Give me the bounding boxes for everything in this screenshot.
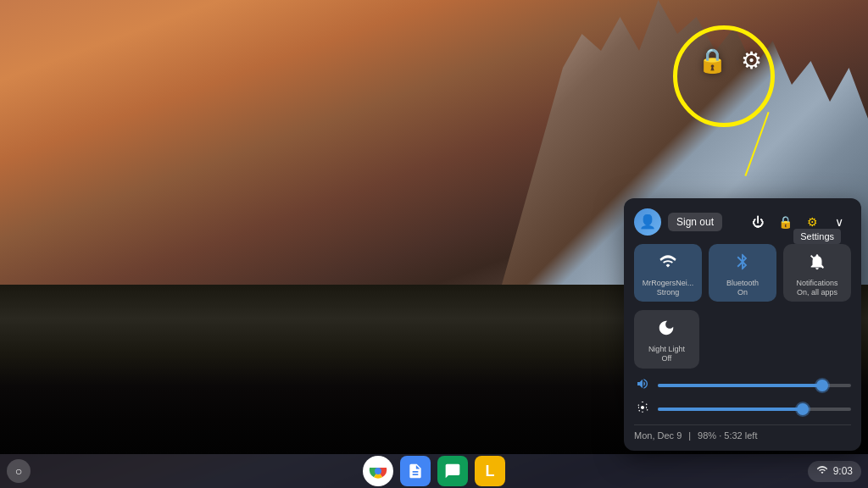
quick-settings-panel: 👤 Sign out ⏻ 🔒 ⚙ ∨ Settings (624, 198, 861, 451)
docs-app-icon[interactable] (400, 456, 431, 486)
taskbar: ○ (0, 454, 868, 488)
notifications-tile-label: Notifications On, all apps (796, 279, 837, 297)
notifications-tile[interactable]: Notifications On, all apps (783, 244, 851, 302)
brightness-icon (634, 401, 651, 418)
wifi-tile-label: MrRogersNei... Strong (643, 279, 694, 297)
svg-point-3 (375, 468, 381, 474)
brightness-slider-row (634, 401, 851, 418)
keep-app-icon[interactable]: L (475, 456, 505, 486)
brightness-slider-thumb[interactable] (797, 403, 809, 415)
status-area[interactable]: 9:03 (808, 461, 861, 482)
wifi-tile[interactable]: MrRogersNei... Strong (634, 244, 702, 302)
chat-app-icon[interactable] (437, 456, 468, 486)
wifi-tile-icon (659, 252, 677, 275)
settings-tooltip: Settings (793, 229, 841, 244)
battery-display: 98% · 5:32 left (698, 430, 757, 441)
qs-footer: Mon, Dec 9 | 98% · 5:32 left (634, 424, 851, 441)
date-display: Mon, Dec 9 (634, 430, 682, 441)
taskbar-right: 9:03 (808, 461, 861, 482)
bluetooth-tile[interactable]: Bluetooth On (709, 244, 776, 302)
wifi-status-icon (816, 464, 828, 479)
bluetooth-tile-icon (733, 252, 752, 275)
volume-slider-row (634, 377, 851, 394)
chrome-app-icon[interactable] (363, 456, 393, 486)
user-avatar[interactable]: 👤 (634, 208, 661, 236)
brightness-slider-fill (658, 408, 803, 411)
volume-slider-track[interactable] (658, 384, 851, 387)
sign-out-button[interactable]: Sign out (668, 213, 722, 231)
volume-icon (634, 377, 651, 394)
time-display: 9:03 (833, 465, 853, 477)
bluetooth-tile-label: Bluetooth On (726, 279, 759, 297)
qs-tiles-grid: MrRogersNei... Strong Bluetooth On (634, 244, 851, 302)
desktop: 🔒 ⚙ 👤 Sign out ⏻ 🔒 ⚙ ∨ Settings (0, 0, 868, 488)
volume-slider-thumb[interactable] (816, 380, 828, 391)
night-light-icon (657, 319, 676, 341)
brightness-slider-track[interactable] (658, 408, 851, 411)
taskbar-left: ○ (7, 459, 31, 483)
power-icon[interactable]: ⏻ (746, 210, 770, 234)
night-light-label: Night Light Off (648, 345, 685, 363)
qs-header-left: 👤 Sign out (634, 208, 722, 236)
notifications-tile-icon (808, 252, 826, 275)
night-light-tile[interactable]: Night Light Off (634, 310, 699, 369)
volume-slider-fill (658, 384, 822, 387)
taskbar-center: L (363, 456, 505, 486)
launcher-button[interactable]: ○ (7, 459, 31, 483)
separator: | (688, 430, 691, 441)
